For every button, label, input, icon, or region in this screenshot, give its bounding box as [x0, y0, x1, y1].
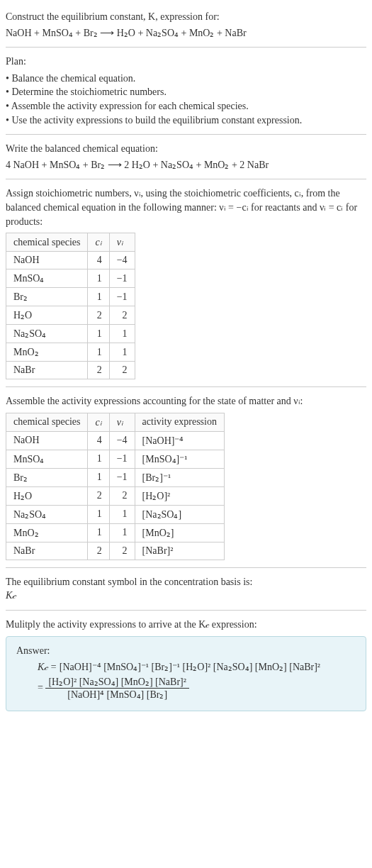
cell-ci: 2: [88, 542, 109, 560]
cell-species: NaBr: [6, 542, 88, 560]
kc-expression-line2: = [H₂O]² [Na₂SO₄] [MnO₂] [NaBr]² [NaOH]⁴…: [16, 676, 356, 701]
fraction-denominator: [NaOH]⁴ [MnSO₄] [Br₂]: [45, 689, 189, 701]
activity-section: Assemble the activity expressions accoun…: [6, 390, 366, 564]
cell-vi: 2: [109, 542, 135, 560]
cell-ci: 1: [88, 343, 109, 362]
cell-ci: 1: [88, 505, 109, 523]
table-row: Na₂SO₄11: [6, 325, 135, 343]
table-header-row: chemical species cᵢ νᵢ: [6, 233, 135, 252]
intro-prompt-text: Construct the equilibrium constant, K, e…: [6, 11, 220, 22]
cell-vi: 2: [109, 486, 135, 505]
cell-ci: 2: [88, 486, 109, 505]
col-species: chemical species: [6, 413, 88, 431]
table-row: H₂O22: [6, 306, 135, 325]
plan-item: • Use the activity expressions to build …: [6, 113, 366, 128]
fraction-numerator: [H₂O]² [Na₂SO₄] [MnO₂] [NaBr]²: [45, 676, 189, 689]
plan-list: • Balance the chemical equation. • Deter…: [6, 72, 366, 127]
kc-rhs: [NaOH]⁻⁴ [MnSO₄]⁻¹ [Br₂]⁻¹ [H₂O]² [Na₂SO…: [60, 662, 320, 672]
answer-label: Answer:: [16, 644, 356, 658]
cell-ci: 1: [88, 288, 109, 306]
table-row: MnO₂11: [6, 343, 135, 362]
cell-vi: −1: [109, 288, 135, 306]
divider: [6, 134, 366, 135]
cell-vi: −4: [109, 431, 135, 450]
cell-species: Na₂SO₄: [6, 325, 88, 343]
stoich-section: Assign stoichiometric numbers, νᵢ, using…: [6, 182, 366, 384]
col-vi: νᵢ: [109, 233, 135, 252]
kc-lhs: K𝒸 =: [38, 662, 60, 672]
cell-species: MnSO₄: [6, 269, 88, 288]
cell-activity: [Na₂SO₄]: [135, 505, 224, 523]
table-row: MnO₂11[MnO₂]: [6, 523, 225, 542]
balanced-section: Write the balanced chemical equation: 4 …: [6, 138, 366, 176]
cell-ci: 4: [88, 431, 109, 450]
balanced-equation: 4 NaOH + MnSO₄ + Br₂ ⟶ 2 H₂O + Na₂SO₄ + …: [6, 158, 366, 172]
cell-activity: [NaOH]⁻⁴: [135, 431, 224, 450]
table-row: Br₂1−1: [6, 288, 135, 306]
table-row: Na₂SO₄11[Na₂SO₄]: [6, 505, 225, 523]
cell-species: MnO₂: [6, 343, 88, 362]
cell-vi: −4: [109, 252, 135, 269]
unbalanced-equation: NaOH + MnSO₄ + Br₂ ⟶ H₂O + Na₂SO₄ + MnO₂…: [6, 26, 366, 40]
equals-sign: =: [38, 682, 45, 693]
cell-vi: 1: [109, 505, 135, 523]
cell-ci: 2: [88, 306, 109, 325]
cell-species: NaBr: [6, 362, 88, 379]
divider: [6, 47, 366, 48]
cell-species: H₂O: [6, 486, 88, 505]
cell-species: H₂O: [6, 306, 88, 325]
cell-vi: 1: [109, 343, 135, 362]
table-row: NaBr22: [6, 362, 135, 379]
cell-activity: [H₂O]²: [135, 486, 224, 505]
table-header-row: chemical species cᵢ νᵢ activity expressi…: [6, 413, 225, 431]
cell-species: NaOH: [6, 431, 88, 450]
cell-ci: 1: [88, 450, 109, 468]
balanced-title: Write the balanced chemical equation:: [6, 142, 366, 156]
cell-species: Br₂: [6, 288, 88, 306]
activity-table: chemical species cᵢ νᵢ activity expressi…: [6, 413, 225, 560]
col-ci: cᵢ: [88, 233, 109, 252]
cell-ci: 1: [88, 269, 109, 288]
answer-box: Answer: K𝒸 = [NaOH]⁻⁴ [MnSO₄]⁻¹ [Br₂]⁻¹ …: [6, 636, 366, 712]
plan-item: • Determine the stoichiometric numbers.: [6, 85, 366, 99]
kc-expression-line1: K𝒸 = [NaOH]⁻⁴ [MnSO₄]⁻¹ [Br₂]⁻¹ [H₂O]² […: [16, 661, 356, 673]
activity-text: Assemble the activity expressions accoun…: [6, 394, 366, 408]
plan-item: • Assemble the activity expression for e…: [6, 99, 366, 113]
cell-species: NaOH: [6, 252, 88, 269]
cell-vi: 1: [109, 523, 135, 542]
plan-section: Plan: • Balance the chemical equation. •…: [6, 50, 366, 131]
stoich-table: chemical species cᵢ νᵢ NaOH4−4 MnSO₄1−1 …: [6, 233, 135, 379]
table-row: Br₂1−1[Br₂]⁻¹: [6, 468, 225, 486]
cell-vi: −1: [109, 468, 135, 486]
kc-symbol: K𝒸: [6, 589, 366, 603]
plan-title: Plan:: [6, 55, 366, 69]
table-row: NaOH4−4[NaOH]⁻⁴: [6, 431, 225, 450]
symbol-section: The equilibrium constant symbol in the c…: [6, 571, 366, 607]
cell-ci: 1: [88, 523, 109, 542]
cell-vi: −1: [109, 450, 135, 468]
table-row: MnSO₄1−1[MnSO₄]⁻¹: [6, 450, 225, 468]
multiply-text: Mulitply the activity expressions to arr…: [6, 618, 366, 632]
cell-vi: −1: [109, 269, 135, 288]
cell-activity: [MnO₂]: [135, 523, 224, 542]
cell-ci: 4: [88, 252, 109, 269]
intro-prompt: Construct the equilibrium constant, K, e…: [6, 10, 366, 24]
cell-species: MnSO₄: [6, 450, 88, 468]
col-ci: cᵢ: [88, 413, 109, 431]
cell-species: MnO₂: [6, 523, 88, 542]
symbol-text: The equilibrium constant symbol in the c…: [6, 575, 366, 589]
cell-species: Na₂SO₄: [6, 505, 88, 523]
multiply-section: Mulitply the activity expressions to arr…: [6, 613, 366, 716]
fraction: [H₂O]² [Na₂SO₄] [MnO₂] [NaBr]² [NaOH]⁴ […: [45, 676, 189, 701]
cell-vi: 2: [109, 306, 135, 325]
col-species: chemical species: [6, 233, 88, 252]
cell-ci: 1: [88, 325, 109, 343]
intro-section: Construct the equilibrium constant, K, e…: [6, 6, 366, 44]
table-row: MnSO₄1−1: [6, 269, 135, 288]
plan-item: • Balance the chemical equation.: [6, 72, 366, 86]
cell-activity: [NaBr]²: [135, 542, 224, 560]
cell-ci: 2: [88, 362, 109, 379]
table-row: NaBr22[NaBr]²: [6, 542, 225, 560]
divider: [6, 567, 366, 568]
cell-vi: 1: [109, 325, 135, 343]
